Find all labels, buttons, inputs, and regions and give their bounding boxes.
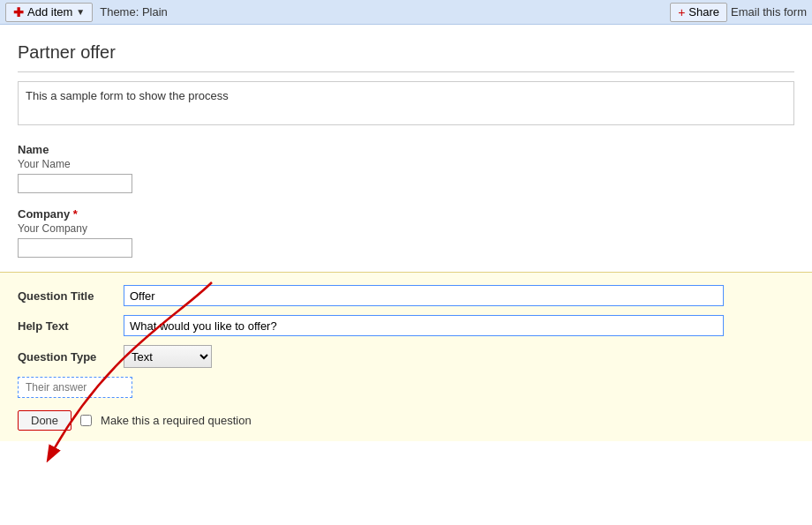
question-title-input[interactable]: [124, 285, 724, 306]
name-input[interactable]: [18, 174, 132, 193]
done-button[interactable]: Done: [18, 410, 71, 431]
toolbar: ✚ Add item ▼ Theme: Plain + Share Email …: [0, 0, 812, 25]
toolbar-right: + Share Email this form: [670, 3, 807, 22]
answer-preview: [18, 377, 794, 398]
company-field-group: Company * Your Company: [18, 207, 794, 258]
required-checkbox[interactable]: [80, 415, 92, 426]
share-label: Share: [688, 5, 719, 19]
main-content: Partner offer This a sample form to show…: [0, 25, 812, 258]
done-label: Done: [31, 414, 58, 427]
add-item-label: Add item: [27, 5, 72, 19]
question-type-row: Question Type Text Paragraph text Multip…: [18, 345, 794, 368]
plus-icon: ✚: [13, 5, 24, 19]
toolbar-left: ✚ Add item ▼ Theme: Plain: [5, 3, 168, 22]
edit-bottom-row: Done Make this a required question: [18, 410, 794, 431]
question-title-row: Question Title: [18, 285, 794, 306]
name-hint: Your Name: [18, 158, 794, 170]
answer-preview-input[interactable]: [18, 377, 132, 398]
required-star: *: [73, 207, 78, 221]
form-description: This a sample form to show the process: [18, 81, 794, 125]
help-text-label: Help Text: [18, 319, 115, 333]
question-type-select[interactable]: Text Paragraph text Multiple choice Chec…: [124, 345, 212, 368]
name-label: Name: [18, 143, 794, 156]
help-text-input[interactable]: [124, 315, 724, 336]
company-label: Company *: [18, 207, 794, 221]
form-title: Partner offer: [18, 42, 794, 72]
share-button[interactable]: + Share: [670, 3, 727, 22]
company-input[interactable]: [18, 238, 132, 258]
help-text-row: Help Text: [18, 315, 794, 336]
share-icon: +: [678, 5, 685, 19]
question-title-label: Question Title: [18, 289, 115, 303]
question-type-label: Question Type: [18, 350, 115, 364]
company-hint: Your Company: [18, 222, 794, 235]
email-form-link[interactable]: Email this form: [731, 5, 807, 19]
dropdown-arrow-icon: ▼: [76, 7, 85, 17]
theme-label: Theme: Plain: [100, 5, 168, 19]
name-field-group: Name Your Name: [18, 143, 794, 193]
edit-panel: Question Title Help Text Question Type T…: [0, 272, 812, 441]
add-item-button[interactable]: ✚ Add item ▼: [5, 3, 93, 22]
required-question-label: Make this a required question: [101, 414, 252, 427]
